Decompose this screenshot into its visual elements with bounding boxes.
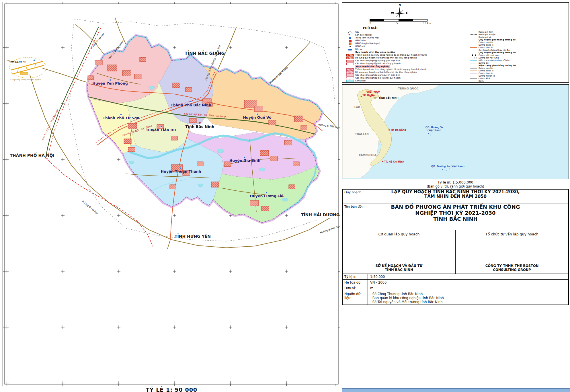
- neighbor-label-hung-yen: TỈNH HƯNG YÊN: [175, 233, 211, 239]
- legend-label: Quy hoạch đường thủy nội địa: [479, 49, 510, 51]
- info-label: Hệ tọa độ:: [343, 280, 368, 285]
- neighbor-label-ha-noi: THÀNH PHỐ HÀ NỘI: [10, 152, 54, 158]
- district-label-que-vo: Huyện Quế Võ: [243, 115, 272, 120]
- district-label-tu-son: Thành Phố Từ Sơn: [103, 116, 139, 120]
- kcn2-new-prev-swatch: [346, 68, 354, 71]
- legend-label: Các khu công nghiệp giữ nguyên diện tích: [355, 74, 400, 76]
- scalebar-10: 10: [423, 22, 426, 25]
- province-map-canvas: ✈ Cảng hàng không quốc tế Nội Bài: [3, 2, 340, 386]
- map-name-line: BẢN ĐỒ PHƯƠNG ÁN PHÁT TRIỂN KHU CÔNG: [343, 204, 568, 210]
- district-label-tien-du: Huyện Tiên Du: [146, 128, 176, 132]
- legend-label: Cầu: [355, 31, 359, 33]
- legend-label: Bổ sung quy hoạch và thành lập mới các k…: [355, 57, 417, 59]
- agency-column: Cơ quan lập quy hoạch SỞ KẾ HOẠCH VÀ ĐẦU…: [343, 230, 455, 274]
- legend-label: Ranh giới Huyện: [479, 34, 495, 36]
- direction-label: Hướng đi Hà Nội: [9, 61, 26, 63]
- kcn-removed-swatch: [346, 63, 354, 65]
- print-scale-subtext: (Bản đồ vị trí, ranh giới quy hoạch): [342, 184, 569, 188]
- national-railway-symbol: [470, 54, 477, 56]
- legend-label: Kênh: [479, 80, 484, 82]
- legend-label: Đường khác: [479, 77, 491, 79]
- scalebar-0: 0: [370, 22, 371, 25]
- legend-label: Các khu công nghiệp giữ nguyên diện tích: [355, 60, 400, 62]
- regional-railway-symbol: [470, 57, 477, 58]
- map-scale-caption: TỶ LỆ 1: 50 000: [3, 387, 340, 392]
- legend-label: Đường cao tốc: [479, 67, 493, 69]
- title-block: Quy hoạch: LẬP QUY HOẠCH TỈNH BẮC NINH T…: [342, 189, 569, 305]
- legend-label: Đường huyện lộ: [479, 75, 495, 77]
- hcmc-dot: [382, 161, 383, 162]
- district-committee-icon: [346, 42, 354, 45]
- district-label-gia-binh: Huyện Gia Bình: [229, 158, 260, 163]
- kcn-added-swatch: [346, 57, 354, 59]
- district-label-yen-phong: Huyện Yên Phong: [92, 81, 128, 85]
- scale-bar: 0 5 10 Km: [370, 19, 436, 25]
- info-row-coordinate-system: Hệ tọa độ: VN - 2000: [343, 280, 568, 285]
- map-name-section: Tên bản đồ: BẢN ĐỒ PHƯƠNG ÁN PHÁT TRIỂN …: [343, 204, 568, 230]
- info-value: 1:50.000: [368, 274, 386, 279]
- info-row-unit: Đơn vị: m: [343, 285, 568, 291]
- existing-waterway-symbol: [470, 60, 477, 61]
- agency-name: SỞ KẾ HOẠCH VÀ ĐẦU TƯ TỈNH BẮC NINH: [343, 264, 455, 272]
- district-road-symbol: [470, 76, 477, 76]
- legend-label: Đường quốc lộ: [479, 44, 493, 46]
- legend-label: Đường tỉnh lộ: [479, 46, 493, 48]
- info-value: m: [368, 285, 375, 291]
- spacer: [470, 38, 477, 41]
- airport-label: Cảng hàng không quốc tế Nội Bài: [10, 79, 41, 81]
- legend-label: Bến xe: [355, 48, 362, 50]
- data-source-line: - Sở Công Thương tỉnh Bắc Ninh: [370, 292, 444, 296]
- bottom-blue-bar: [342, 388, 570, 392]
- legend-label: UBND huyện/thành phố: [355, 42, 380, 44]
- legend-label: Ranh giới xã: [479, 36, 491, 38]
- main-map-panel: ✈ Cảng hàng không quốc tế Nội Bài: [3, 2, 340, 386]
- legend-label: UBND tỉnh: [355, 40, 366, 42]
- spacer: [470, 64, 477, 67]
- district-boundary-symbol: [470, 34, 477, 35]
- canal-symbol: [470, 81, 477, 81]
- planned-national-road-symbol: [470, 45, 477, 45]
- kcn2-added-swatch: [346, 71, 354, 74]
- legend-section-header: Hiện trạng giao thông đường bộ: [479, 65, 516, 67]
- existing-provincial-road-symbol: [470, 73, 477, 73]
- dike-symbol: [470, 63, 477, 63]
- spacer: [346, 51, 354, 54]
- legend-label: Thành lập mới các khu công nghiệp đã có …: [355, 54, 427, 56]
- print-scale-text: Tỷ lệ in: 1:5.000.000: [342, 180, 569, 184]
- locator-scale-note: Tỷ lệ in: 1:5.000.000 (Bản đồ vị trí, ra…: [342, 180, 569, 188]
- planned-provincial-road-symbol: [470, 47, 477, 48]
- legend-label: Đường quốc lộ: [479, 70, 493, 72]
- info-label: Tỷ lệ in:: [343, 274, 368, 279]
- airport-icon: [346, 34, 354, 36]
- legend-section-header: Quy hoạch giao thông đường bộ: [479, 39, 516, 41]
- map-name-line: NGHIỆP THỜI KỲ 2021-2030: [343, 210, 568, 216]
- info-row-scale: Tỷ lệ in: 1:50.000: [343, 274, 568, 280]
- legend-left-column: Cầu Sân bay nội bài Trung tâm thương mại…: [346, 31, 467, 82]
- map-name-line: TỈNH BẮC NINH: [343, 216, 568, 222]
- legend-title: CHÚ GIẢI: [363, 27, 378, 30]
- commune-committee-icon: [346, 45, 354, 48]
- legend-label: Đường sắt quốc gia: [479, 54, 499, 56]
- scalebar-unit: Km: [427, 22, 431, 25]
- compass-n: N: [399, 4, 401, 7]
- river-swatch: [346, 80, 354, 82]
- kcn2-removed-swatch: [346, 77, 354, 79]
- info-label: Đơn vị:: [343, 285, 368, 291]
- legend-label: Sân bay nội bài: [355, 34, 372, 36]
- mall-icon: [346, 37, 354, 39]
- city-label-danang: TP. Đà Nẵng: [391, 128, 406, 131]
- legend-label: Trung tâm thương mại: [355, 37, 379, 39]
- plan-name-section: Quy hoạch: LẬP QUY HOẠCH TỈNH BẮC NINH T…: [343, 190, 568, 204]
- vietnam-label: VIỆT NAM: [366, 90, 380, 93]
- kcn-new-prev-swatch: [346, 54, 354, 56]
- legend-right-column: Ranh giới Tỉnh Ranh giới Huyện Ranh giới…: [470, 31, 567, 82]
- legend-label: Đường cao tốc: [479, 41, 493, 43]
- compass-w: W: [391, 12, 394, 15]
- scalebar-5: 5: [396, 22, 398, 25]
- legend-label: Ranh giới Tỉnh: [479, 31, 493, 33]
- vietnam-locator-map: ★ TRUNG QUỐC LÀO THÁI LAN CAMPUCHIA VIỆT…: [342, 84, 569, 179]
- province-label: Tỉnh Bắc Ninh: [185, 124, 214, 129]
- existing-expressway-symbol: [470, 68, 477, 69]
- data-source-line: - Ban quản lý khu công nghiệp tỉnh Bắc N…: [370, 296, 444, 300]
- truong-sa-label: QĐ. Trường Sa (Việt Nam): [431, 165, 464, 168]
